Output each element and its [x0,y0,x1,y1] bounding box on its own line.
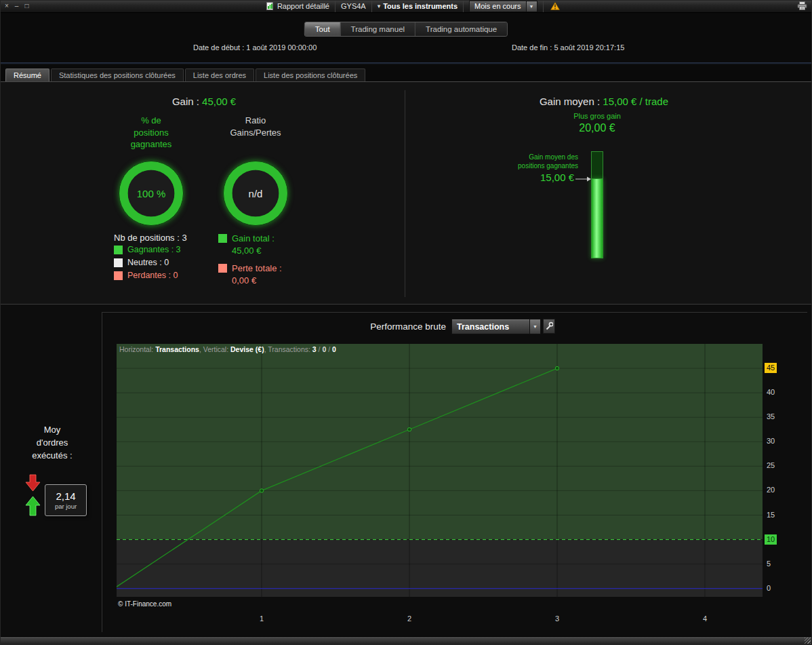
summary-panel: Gain : 45,00 € % de positions gagnantes … [1,81,811,305]
swatch-salmon [218,264,227,273]
ratio-donut: n/d [218,156,293,231]
status-bar [0,636,812,645]
date-start-value: 1 août 2019 00:00:00 [246,43,317,52]
gain-moyen-value: 15,00 € / trade [603,96,668,107]
legend-item-perdantes: Perdantes : 0 [114,271,178,280]
instrument-scope-selector[interactable]: Tous les instruments [383,2,458,10]
perte-totale-item: Perte totale : 0,00 € [218,262,282,287]
chevron-down-icon: ▾ [378,3,381,9]
print-icon[interactable] [797,1,807,12]
y-axis-label: 0 [765,583,773,593]
chart-settings-button[interactable] [543,319,555,334]
maximize-icon[interactable]: □ [24,0,28,12]
y-axis-label: 30 [765,436,777,446]
orders-per-day-badge: 2,14 par jour [45,484,87,516]
instrument-name: GYS4A [341,2,366,10]
pct-positions-donut: 100 % [114,156,188,231]
performance-mode-value: Transactions [452,322,514,332]
swatch-green [218,234,227,243]
separator [543,0,544,12]
date-start: Date de début : 1 août 2019 00:00:00 [193,43,317,52]
plus-gros-gain-label: Plus gros gain [536,112,658,120]
tab-statistiques-positions[interactable]: Statistiques des positions clôturées [51,69,184,81]
report-header: Tout Trading manuel Trading automatique … [0,13,812,62]
chevron-down-icon[interactable]: ▼ [529,319,540,334]
warning-icon[interactable] [550,2,560,10]
y-axis-label: 20 [765,485,777,495]
performance-title: Performance brute [291,321,446,332]
period-select[interactable]: Mois en cours ▼ [469,1,537,12]
gain-total-label: Gain total : [232,233,275,243]
orders-per-day-unit: par jour [55,503,77,510]
tab-resume[interactable]: Résumé [5,69,49,81]
report-tab-bar: Résumé Statistiques des positions clôtur… [5,69,365,81]
legend-label: Neutres : 0 [127,258,169,267]
chevron-down-icon[interactable]: ▼ [526,1,537,12]
y-axis-label: 35 [765,412,777,422]
separator [371,0,372,12]
gain-total-headline: Gain : 45,00 € [102,96,306,107]
pct-positions-title: % de positions gagnantes [109,115,193,151]
tab-liste-positions[interactable]: Liste des positions clôturées [256,69,365,81]
tab-tout[interactable]: Tout [305,22,341,36]
nb-positions: Nb de positions : 3 [114,233,187,243]
buy-sell-arrows-icon [23,473,43,521]
separator [463,0,464,12]
legend-item-gagnantes: Gagnantes : 3 [114,245,181,254]
gain-value: 45,00 € [202,96,236,107]
wrench-icon [545,321,553,331]
info-horizontal-label: Horizontal: [119,345,153,353]
ratio-value: n/d [218,156,293,231]
date-end: Date de fin : 5 août 2019 20:17:15 [512,43,624,52]
perte-totale-label: Perte totale : [232,263,282,273]
x-axis-label: 4 [698,614,712,623]
y-axis-label: 40 [765,387,777,397]
resize-grip[interactable] [805,638,811,644]
performance-section: Performance brute Transactions ▼ Horizon… [0,305,812,637]
perte-totale-text: Perte totale : 0,00 € [232,262,282,287]
tab-trading-automatique[interactable]: Trading automatique [415,22,507,36]
separator [335,0,336,12]
swatch-green [114,246,123,254]
orders-per-day-value: 2,14 [56,490,75,502]
report-window: × – □ Rapport détaillé GYS4A ▾ Tous les … [0,0,812,645]
y-axis-label: 5 [765,559,773,569]
period-select-value: Mois en cours [470,2,525,10]
performance-chart[interactable] [117,344,763,597]
x-axis-label: 3 [550,614,564,623]
avg-winning-gain-label: Gain moyen des positions gagnantes [501,153,578,170]
window-title: Rapport détaillé [277,2,329,10]
legend-item-neutres: Neutres : 0 [114,258,169,267]
x-axis-label: 1 [255,614,268,623]
y-axis-label: 45 [765,363,777,373]
tab-trading-manuel[interactable]: Trading manuel [341,22,415,36]
swatch-white [114,258,123,267]
arrow-right-icon [575,173,591,185]
y-axis: 051015202530354045 [765,344,793,597]
orders-per-day-label: Moy d'ordres exécutés : [12,424,92,463]
pct-positions-value: 100 % [114,156,188,231]
minimize-icon[interactable]: – [15,0,19,12]
date-start-label: Date de début : [193,43,244,52]
gain-total-value: 45,00 € [232,246,261,256]
window-controls: × – □ [0,0,28,12]
info-losses: 0 [332,345,336,353]
biggest-gain-bar [591,151,603,258]
close-icon[interactable]: × [5,0,9,12]
chart-copyright: © IT-Finance.com [118,600,171,608]
report-doc-icon [266,2,274,10]
header-divider [0,62,812,64]
performance-mode-select[interactable]: Transactions ▼ [451,319,541,334]
avg-winning-gain-value: 15,00 € [509,172,574,183]
ratio-title: Ratio Gains/Pertes [214,115,298,138]
mode-tabs: Tout Trading manuel Trading automatique [304,22,508,37]
bar-above-average-segment [591,151,603,178]
gain-moyen-headline: Gain moyen : 15,00 € / trade [421,96,787,107]
title-bar: × – □ Rapport détaillé GYS4A ▾ Tous les … [0,0,812,13]
legend-label: Gagnantes : 3 [127,245,181,254]
chart-info-line: Horizontal: Transactions, Vertical: Devi… [119,345,336,353]
legend-label: Perdantes : 0 [127,271,178,280]
info-horizontal-value: Transactions [155,345,199,353]
tab-liste-ordres[interactable]: Liste des ordres [185,69,254,81]
x-axis-label: 2 [403,614,416,623]
